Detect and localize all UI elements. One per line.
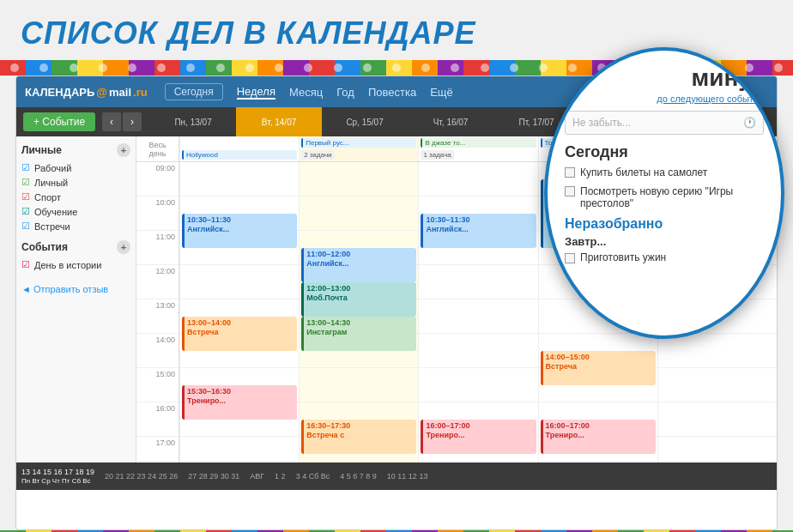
mini-cal-aug3: 4 5 6 7 8 9: [340, 472, 377, 481]
popup-unread-title: Неразобранно: [565, 216, 764, 232]
checkbox-sport[interactable]: ☑: [21, 191, 30, 203]
day-col-wed: 10:30–11:30Английск... 16:00–17:00Тренир…: [418, 162, 537, 462]
event-tue-instagram[interactable]: 13:00–14:30Инстаграм: [301, 317, 416, 351]
task-checkbox-2[interactable]: [565, 186, 575, 196]
event-mon-english[interactable]: 10:30–11:30Английск...: [182, 214, 297, 248]
sidebar-item-work[interactable]: ☑ Рабочий: [21, 160, 130, 175]
event-mon-meeting[interactable]: 13:00–14:00Встреча: [182, 317, 297, 351]
event-wed-english[interactable]: 10:30–11:30Английск...: [421, 214, 536, 248]
popup-input-placeholder: Не забыть...: [572, 117, 631, 129]
time-0900: 09:00: [136, 162, 179, 196]
event-tue-english[interactable]: 11:00–12:00Английск...: [301, 248, 416, 282]
checkbox-personal[interactable]: ☑: [21, 177, 30, 188]
task-checkbox-1[interactable]: [565, 167, 575, 178]
popup-tomorrow-title: Завтр...: [565, 235, 764, 248]
day-header-wed: Ср, 15/07: [322, 118, 408, 127]
allday-mon: Hollywood: [179, 136, 299, 161]
time-1100: 11:00: [136, 231, 179, 265]
checkbox-meetings[interactable]: ☑: [21, 221, 30, 232]
allday-wed: В джазе то... 1 задача: [418, 136, 537, 161]
sidebar-item-meetings[interactable]: ☑ Встречи: [21, 219, 130, 233]
popup-task-1: Купить билеты на самолет: [565, 166, 764, 178]
add-event-button[interactable]: + Событие: [23, 112, 95, 131]
day-col-mon: 10:30–11:30Английск... 13:00–14:00Встреч…: [179, 162, 299, 462]
task-text-tomorrow: Приготовить ужин: [580, 251, 666, 263]
day-col-tue: 11:00–12:00Английск... 12:00–13:00Моб.По…: [299, 162, 418, 462]
nav-year[interactable]: Год: [336, 86, 354, 99]
day-header-thu: Чт, 16/07: [408, 118, 493, 127]
task-checkbox-tomorrow[interactable]: [565, 253, 575, 263]
popup-subtitle: до следующего события: [565, 94, 764, 104]
allday-event-mon: Hollywood: [182, 150, 297, 160]
left-sidebar: Личные + ☑ Рабочий ☑ Личный ☑ Спорт ☑ Об…: [16, 136, 136, 462]
event-thu-meeting[interactable]: 14:00–15:00Встреча: [541, 351, 656, 385]
nav-arrows: ‹ ›: [102, 112, 142, 131]
allday-tue: Первый рус... 2 задачи: [299, 136, 418, 161]
time-1000: 10:00: [136, 196, 179, 231]
time-1400: 14:00: [136, 334, 179, 368]
mini-cal-aug4: 10 11 12 13: [387, 472, 428, 481]
mini-cal-aug1: 1 2: [275, 472, 286, 481]
popup-task-2: Посмотреть новую серию "Игры престолов": [565, 185, 764, 209]
popup-note-input[interactable]: Не забыть... 🕐: [565, 111, 764, 135]
time-labels: 09:00 10:00 11:00 12:00 13:00 14:00 15:0…: [136, 162, 179, 462]
checkbox-work[interactable]: ☑: [21, 162, 30, 173]
mini-cal-week3: 27 28 29 30 31: [188, 472, 239, 481]
allday-event-wed: В джазе то...: [421, 138, 536, 148]
mini-cal-aug2: 3 4 Сб Вс: [296, 472, 330, 481]
popup-task-tomorrow: Приготовить ужин: [565, 251, 764, 263]
todo-popup: минут до следующего события Не забыть...…: [544, 47, 784, 339]
time-1700: 17:00: [136, 437, 179, 462]
mini-cal-aug: АВГ: [250, 472, 264, 481]
event-mon-training[interactable]: 15:30–16:30Трениро...: [182, 385, 297, 420]
task-text-2: Посмотреть новую серию "Игры престолов": [580, 185, 764, 209]
sidebar-personal-title: Личные +: [21, 143, 130, 157]
nav-week[interactable]: Неделя: [237, 85, 275, 100]
clock-icon: 🕐: [743, 117, 756, 129]
allday-label: Весьдень: [136, 136, 179, 161]
sidebar-item-history[interactable]: ☑ День в истории: [21, 257, 130, 272]
popup-inner: минут до следующего события Не забыть...…: [548, 51, 781, 336]
nav-agenda[interactable]: Повестка: [368, 86, 416, 99]
day-header-tue: Вт, 14/07: [236, 107, 322, 136]
day-header-mon: Пн, 13/07: [150, 118, 236, 127]
mini-cal-week1: 13 14 15 16 17 18 19Пн Вт Ср Чт Пт Сб Вс: [21, 468, 94, 485]
task-text-1: Купить билеты на самолет: [580, 166, 707, 178]
sidebar-item-sport[interactable]: ☑ Спорт: [21, 190, 130, 204]
add-personal-button[interactable]: +: [117, 143, 130, 157]
brand-text: КАЛЕНДАРЬ: [25, 86, 94, 99]
nav-month[interactable]: Месяц: [289, 86, 323, 99]
popup-today-title: Сегодня: [565, 143, 764, 161]
today-button[interactable]: Сегодня: [165, 83, 223, 100]
time-1500: 15:00: [136, 368, 179, 402]
sidebar-item-learning[interactable]: ☑ Обучение: [21, 204, 130, 219]
brand-logo: КАЛЕНДАРЬ @ mail .ru: [25, 86, 148, 99]
allday-tasks-wed: 1 задача: [421, 150, 453, 160]
event-thu-training[interactable]: 16:00–17:00Трениро...: [541, 420, 656, 454]
event-tue-mobmail[interactable]: 12:00–13:00Моб.Почта: [301, 282, 416, 317]
time-1600: 16:00: [136, 402, 179, 437]
mini-cal-week2: 20 21 22 23 24 25 26: [105, 472, 178, 481]
add-events-button[interactable]: +: [117, 240, 130, 254]
checkbox-history[interactable]: ☑: [21, 259, 30, 270]
sidebar-events-title: События +: [21, 240, 130, 254]
checkbox-learning[interactable]: ☑: [21, 206, 30, 217]
time-1300: 13:00: [136, 299, 179, 334]
sidebar-item-personal[interactable]: ☑ Личный: [21, 175, 130, 190]
event-wed-training[interactable]: 16:00–17:00Трениро...: [421, 420, 536, 454]
time-1200: 12:00: [136, 265, 179, 299]
event-tue-meeting[interactable]: 16:30–17:30Встреча с: [301, 420, 416, 454]
allday-tasks-tue: 2 задачи: [301, 150, 334, 160]
prev-week-button[interactable]: ‹: [102, 112, 121, 131]
allday-event-tue1: Первый рус...: [301, 138, 416, 148]
next-week-button[interactable]: ›: [123, 112, 142, 131]
nav-more[interactable]: Ещё: [430, 86, 453, 99]
bottom-mini-strip: 13 14 15 16 17 18 19Пн Вт Ср Чт Пт Сб Вс…: [16, 462, 777, 490]
feedback-link[interactable]: ◄ Отправить отзыв: [21, 284, 130, 294]
